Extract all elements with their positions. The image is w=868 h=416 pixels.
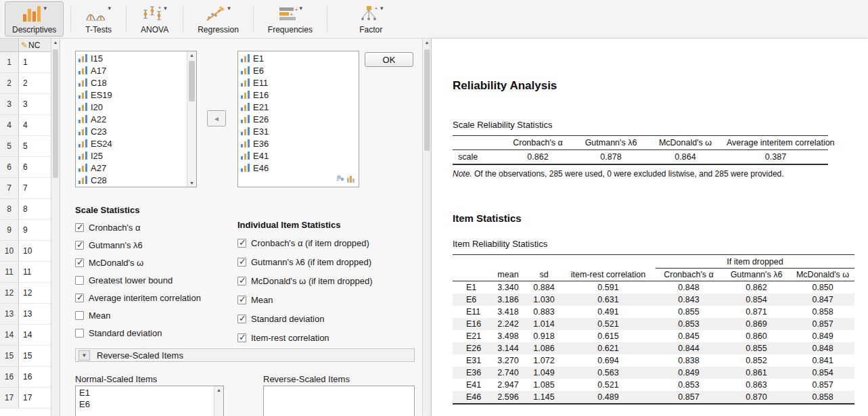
data-cell[interactable]: 1 [19,52,51,73]
scrollbar-thumb[interactable] [53,49,58,178]
data-cell[interactable]: 14 [19,325,51,346]
variable-item[interactable]: I15 [76,52,186,64]
variable-item[interactable]: E1 [76,387,213,398]
checkbox-option[interactable]: Standard deviation [75,327,201,339]
checkbox-option[interactable]: Gutmann's λ6 [75,239,201,251]
row-number[interactable]: 3 [0,94,19,115]
reverse-scaled-items-section[interactable]: ▼ Reverse-Scaled Items [75,348,415,362]
checkbox[interactable] [75,311,84,320]
variable-item[interactable]: I20 [76,101,186,113]
checkbox-option[interactable]: McDonald's ω [75,256,201,269]
list-scrollbar[interactable]: ▲ [214,386,223,416]
checkbox[interactable] [75,258,84,267]
column-header[interactable]: ✎ NC [19,39,51,51]
row-number[interactable]: 8 [0,199,19,220]
checkbox[interactable] [237,239,246,248]
row-number[interactable]: 1 [0,52,19,73]
variable-item[interactable]: E26 [239,113,357,125]
ribbon-button-regression[interactable]: ▾ Regression [190,1,246,37]
variable-item[interactable]: E16 [239,89,357,101]
dropdown-caret-icon[interactable]: ▾ [164,5,167,11]
dropdown-caret-icon[interactable]: ▾ [380,5,384,11]
ribbon-button-t-tests[interactable]: ▾ T-Tests [78,1,119,37]
reverse-scaled-items-list[interactable] [263,386,415,416]
checkbox-option[interactable]: Gutmann's λ6 (if item dropped) [237,256,373,268]
checkbox[interactable] [75,223,84,232]
dropdown-caret-icon[interactable]: ▾ [300,5,303,11]
checkbox-option[interactable]: Cronbach's α (if item dropped) [237,237,373,249]
scroll-up-icon[interactable]: ▲ [214,388,223,392]
data-cell[interactable]: 9 [19,220,51,241]
row-number[interactable]: 6 [0,157,19,178]
data-cell[interactable]: 3 [19,94,51,115]
variable-item[interactable]: I25 [76,149,186,162]
data-cell[interactable]: 5 [19,136,51,157]
selected-variables-list[interactable]: E1 E6 E11 [237,51,359,187]
collapse-arrow-icon[interactable]: ▼ [78,350,90,361]
checkbox[interactable] [237,258,246,267]
data-cell[interactable]: 16 [19,367,51,388]
row-number[interactable]: 17 [0,388,19,409]
ribbon-button-descriptives[interactable]: ▾ Descriptives [5,1,64,37]
variable-item[interactable]: A27 [76,162,186,174]
checkbox[interactable] [75,276,84,285]
scroll-up-icon[interactable]: ▲ [423,40,431,45]
variable-item[interactable]: E6 [76,398,213,410]
dropdown-caret-icon[interactable]: ▾ [43,5,47,11]
variable-item[interactable]: E36 [239,137,357,149]
spreadsheet-corner-cell[interactable] [0,39,19,51]
variable-item[interactable]: C18 [76,76,186,89]
checkbox-option[interactable]: Item-rest correlation [237,331,373,344]
variable-item[interactable]: ES24 [76,137,186,149]
variable-item[interactable]: C23 [76,125,186,137]
checkbox[interactable] [75,241,84,250]
variable-item[interactable]: E31 [239,125,357,137]
options-scrollbar[interactable]: ▲ [422,39,431,416]
checkbox[interactable] [75,294,84,302]
data-cell[interactable]: 17 [19,388,51,409]
scrollbar-thumb[interactable] [189,61,195,101]
data-cell[interactable]: 7 [19,178,51,199]
data-cell[interactable]: 13 [19,304,51,325]
scroll-up-icon[interactable]: ▲ [187,53,196,57]
row-number[interactable]: 13 [0,304,19,325]
checkbox-option[interactable]: Mean [237,294,373,306]
dropdown-caret-icon[interactable]: ▾ [108,5,111,11]
variable-item[interactable]: ES19 [76,89,186,101]
variable-item[interactable]: E1 [239,52,357,64]
row-number[interactable]: 14 [0,325,19,346]
row-number[interactable]: 2 [0,73,19,94]
variable-item[interactable]: E46 [239,162,357,174]
row-number[interactable]: 12 [0,283,19,304]
data-cell[interactable]: 6 [19,157,51,178]
data-cell[interactable]: 10 [19,241,51,262]
row-number[interactable]: 9 [0,220,19,241]
checkbox-option[interactable]: Average interitem correlation [75,292,201,304]
data-cell[interactable]: 11 [19,262,51,283]
row-number[interactable]: 4 [0,115,19,136]
checkbox[interactable] [237,333,246,342]
checkbox-option[interactable]: Standard deviation [237,313,373,325]
checkbox-option[interactable]: McDonald's ω (if item dropped) [237,275,373,287]
data-cell[interactable]: 8 [19,199,51,220]
row-number[interactable]: 15 [0,346,19,367]
data-cell[interactable]: 2 [19,73,51,94]
scroll-down-icon[interactable]: ▼ [187,181,196,185]
spreadsheet-scrollbar[interactable]: ▲ [51,39,60,416]
ribbon-button-anova[interactable]: + ▾ ANOVA [133,1,176,37]
checkbox[interactable] [75,329,84,338]
checkbox-option[interactable]: Greatest lower bound [75,274,201,286]
variable-item[interactable]: E21 [239,101,357,113]
variable-item[interactable]: E6 [239,64,357,76]
row-number[interactable]: 10 [0,241,19,262]
data-cell[interactable]: 15 [19,346,51,367]
checkbox[interactable] [237,277,246,285]
row-number[interactable]: 5 [0,136,19,157]
variable-item[interactable]: A17 [76,64,186,76]
row-number[interactable]: 16 [0,367,19,388]
variable-item[interactable]: C28 [76,174,186,186]
data-cell[interactable]: 4 [19,115,51,136]
data-cell[interactable]: 12 [19,283,51,304]
checkbox-option[interactable]: Cronbach's α [75,221,201,233]
available-variables-list[interactable]: I15 A17 C18 [75,51,197,187]
